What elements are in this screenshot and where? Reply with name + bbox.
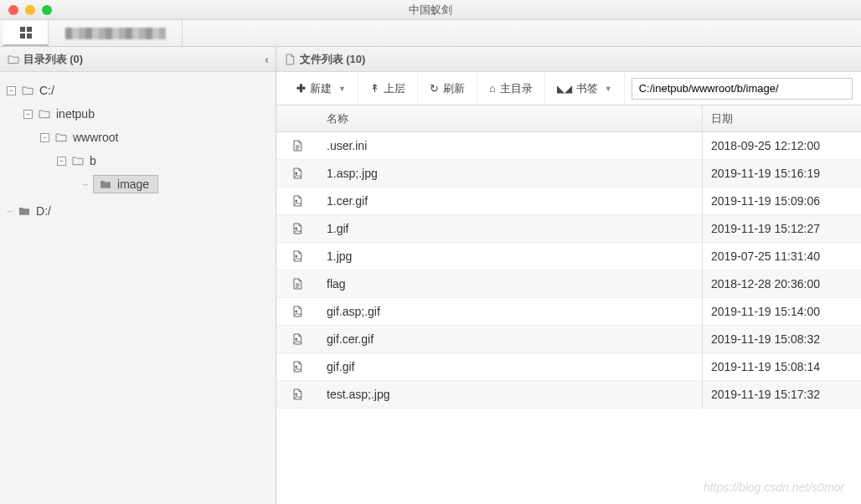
titlebar: 中国蚁剑 (0, 0, 861, 20)
grid-icon (20, 27, 32, 39)
traffic-lights (0, 5, 52, 15)
expander-icon[interactable]: − (40, 133, 49, 142)
path-input[interactable] (632, 78, 853, 100)
image-file-icon (291, 388, 304, 401)
minimize-icon[interactable] (25, 5, 35, 15)
svg-point-6 (296, 366, 297, 368)
plus-circle-icon: ✚ (296, 82, 306, 95)
image-file-icon (291, 332, 304, 346)
svg-point-3 (296, 255, 297, 257)
tree-node-image[interactable]: ··· image (5, 172, 271, 196)
svg-point-1 (296, 200, 297, 202)
tab-session[interactable] (49, 20, 183, 46)
folder-icon (18, 204, 31, 218)
folder-icon (99, 177, 112, 191)
table-row[interactable]: .user.ini2018-09-25 12:12:00 (276, 132, 861, 160)
file-name: 1.jpg (327, 249, 352, 263)
file-name: 1.gif (327, 222, 348, 235)
tab-strip (0, 20, 861, 47)
file-name: gif.asp;.gif (327, 305, 380, 318)
tree-connector: ··· (7, 205, 13, 217)
tree-node-b[interactable]: − b (5, 149, 271, 172)
table-row[interactable]: test.asp;.jpg2019-11-19 15:17:32 (276, 381, 861, 409)
main-panel: 文件列表 (10) ✚ 新建 ▼ ↟ 上层 ↻ 刷新 ⌂ 主目录 ◣◢ (276, 47, 861, 504)
file-date: 2019-11-19 15:17:32 (711, 388, 820, 401)
home-button[interactable]: ⌂ 主目录 (477, 72, 545, 105)
tree-node-c[interactable]: − C:/ (5, 79, 271, 102)
svg-point-4 (296, 311, 297, 312)
svg-point-7 (296, 393, 297, 395)
folder-icon (71, 154, 85, 167)
table-row[interactable]: flag2018-12-28 20:36:00 (276, 270, 861, 298)
file-icon (283, 53, 296, 66)
file-date: 2019-11-19 15:14:00 (711, 305, 820, 318)
watermark: https://blog.csdn.net/s0mor (704, 481, 844, 494)
svg-point-0 (296, 172, 297, 174)
tree-node-d[interactable]: ··· D:/ (5, 199, 271, 223)
table-header: 名称 日期 (276, 105, 861, 132)
file-name: .user.ini (327, 139, 367, 152)
file-name: 1.cer.gif (327, 194, 368, 208)
sidebar-header: 目录列表 (0) ‹ (0, 47, 276, 72)
file-date: 2019-07-25 11:31:40 (711, 249, 820, 263)
table-row[interactable]: 1.jpg2019-07-25 11:31:40 (276, 243, 861, 270)
image-file-icon (291, 167, 304, 180)
refresh-icon: ↻ (430, 82, 439, 95)
col-name-header[interactable]: 名称 (318, 111, 702, 126)
home-icon: ⌂ (489, 82, 496, 95)
svg-point-5 (296, 338, 297, 340)
table-row[interactable]: gif.gif2019-11-19 15:08:14 (276, 353, 861, 381)
file-date: 2018-12-28 20:36:00 (711, 277, 820, 291)
image-file-icon (291, 249, 304, 263)
directory-tree: − C:/ − inetpub − wwwroot − b ··· (0, 72, 276, 504)
table-row[interactable]: 1.asp;.jpg2019-11-19 15:16:19 (276, 160, 861, 188)
window-title: 中国蚁剑 (409, 3, 452, 18)
file-name: flag (327, 277, 346, 291)
file-date: 2019-11-19 15:08:32 (711, 332, 820, 346)
up-button[interactable]: ↟ 上层 (358, 72, 418, 105)
folder-icon (38, 107, 51, 121)
col-date-header[interactable]: 日期 (702, 105, 861, 131)
svg-point-2 (296, 228, 297, 229)
expander-icon[interactable]: − (57, 157, 66, 166)
file-rows: .user.ini2018-09-25 12:12:001.asp;.jpg20… (276, 132, 861, 504)
chevron-down-icon: ▼ (605, 85, 612, 93)
collapse-icon[interactable]: ‹ (265, 53, 269, 66)
new-button[interactable]: ✚ 新建 ▼ (285, 72, 358, 105)
folder-icon (21, 84, 34, 97)
expander-icon[interactable]: − (7, 86, 16, 95)
file-date: 2019-11-19 15:16:19 (711, 167, 820, 180)
close-icon[interactable] (8, 5, 18, 15)
image-file-icon (291, 194, 304, 208)
file-date: 2019-11-19 15:09:06 (711, 194, 820, 208)
file-date: 2018-09-25 12:12:00 (711, 139, 820, 152)
file-date: 2019-11-19 15:08:14 (711, 360, 820, 373)
table-row[interactable]: 1.gif2019-11-19 15:12:27 (276, 215, 861, 243)
refresh-button[interactable]: ↻ 刷新 (418, 72, 477, 105)
table-row[interactable]: gif.cer.gif2019-11-19 15:08:32 (276, 326, 861, 353)
chevron-down-icon: ▼ (338, 85, 346, 93)
tree-node-inetpub[interactable]: − inetpub (5, 102, 271, 126)
table-row[interactable]: gif.asp;.gif2019-11-19 15:14:00 (276, 298, 861, 326)
obscured-text (65, 28, 166, 39)
tab-home[interactable] (3, 20, 49, 46)
file-name: gif.cer.gif (327, 332, 374, 346)
file-name: gif.gif (327, 360, 354, 373)
file-name: test.asp;.jpg (327, 388, 390, 401)
bookmark-button[interactable]: ◣◢ 书签 ▼ (545, 72, 625, 105)
sidebar-title: 目录列表 (23, 52, 67, 67)
tree-node-wwwroot[interactable]: − wwwroot (5, 126, 271, 149)
sidebar: 目录列表 (0) ‹ − C:/ − inetpub − wwwroot − (0, 47, 276, 504)
main-title: 文件列表 (300, 52, 343, 67)
image-file-icon (291, 360, 304, 373)
folder-icon (54, 131, 68, 144)
maximize-icon[interactable] (42, 5, 52, 15)
expander-icon[interactable]: − (23, 110, 33, 119)
table-row[interactable]: 1.cer.gif2019-11-19 15:09:06 (276, 188, 861, 215)
tree-connector: ··· (82, 178, 88, 190)
bookmark-icon: ◣◢ (557, 83, 572, 95)
text-file-icon (291, 139, 304, 152)
image-file-icon (291, 305, 304, 318)
arrow-up-icon: ↟ (370, 82, 379, 95)
file-date: 2019-11-19 15:12:27 (711, 222, 820, 235)
